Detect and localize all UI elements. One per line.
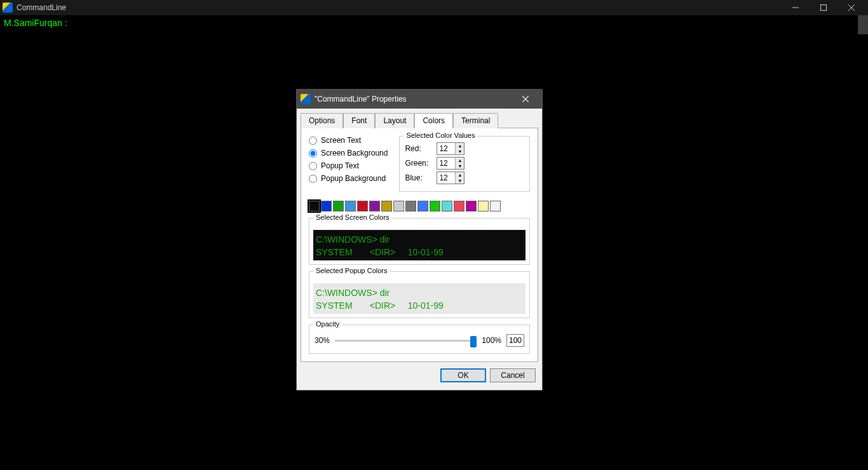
app-title: CommandLine — [17, 3, 66, 12]
dialog-tabs: Options Font Layout Colors Terminal — [297, 109, 542, 128]
dialog-title-bar[interactable]: "CommandLine" Properties — [297, 90, 542, 109]
scv-legend: Selected Color Values — [403, 131, 477, 139]
up-arrow-icon[interactable]: ▲ — [456, 172, 464, 178]
popup-colors-preview: Selected Popup Colors C:\WINDOWS> dir SY… — [309, 271, 530, 318]
green-input[interactable] — [437, 158, 455, 169]
up-arrow-icon[interactable]: ▲ — [456, 158, 464, 163]
blue-label: Blue: — [405, 173, 433, 182]
green-label: Green: — [405, 159, 433, 168]
dialog-title: "CommandLine" Properties — [315, 95, 407, 104]
opacity-slider-thumb[interactable] — [470, 336, 477, 347]
blue-spinner[interactable]: ▲▼ — [437, 171, 465, 184]
radio-popup-text[interactable]: Popup Text — [309, 161, 388, 170]
popup-preview-box: C:\WINDOWS> dir SYSTEM <DIR> 10-01-99 — [313, 283, 526, 314]
color-swatch[interactable] — [442, 201, 452, 211]
red-input[interactable] — [437, 143, 455, 154]
dialog-close-button[interactable] — [513, 90, 538, 108]
screen-colors-preview: Selected Screen Colors C:\WINDOWS> dir S… — [309, 218, 530, 265]
radio-screen-background[interactable]: Screen Background — [309, 149, 388, 158]
color-swatch[interactable] — [321, 201, 332, 211]
dialog-button-row: OK Cancel — [297, 362, 542, 390]
tab-colors[interactable]: Colors — [414, 113, 453, 128]
element-radio-group: Screen Text Screen Background Popup Text… — [309, 136, 388, 192]
down-arrow-icon[interactable]: ▼ — [456, 178, 464, 184]
radio-screen-text[interactable]: Screen Text — [309, 136, 388, 145]
green-spinner[interactable]: ▲▼ — [437, 157, 465, 170]
terminal-prompt: M.SamiFurqan : — [4, 18, 67, 28]
color-swatch[interactable] — [333, 201, 344, 211]
opacity-group: Opacity 30% 100% — [309, 325, 530, 354]
tab-options[interactable]: Options — [301, 113, 343, 128]
main-title-bar: CommandLine — [0, 0, 868, 15]
radio-popup-background[interactable]: Popup Background — [309, 174, 388, 183]
up-arrow-icon[interactable]: ▲ — [456, 143, 464, 149]
radio-label: Screen Background — [321, 149, 388, 158]
properties-dialog: "CommandLine" Properties Options Font La… — [296, 89, 543, 391]
screen-preview-box: C:\WINDOWS> dir SYSTEM <DIR> 10-01-99 — [313, 230, 526, 260]
tab-layout[interactable]: Layout — [375, 113, 414, 128]
color-swatch[interactable] — [430, 201, 440, 211]
color-swatch[interactable] — [466, 201, 477, 211]
color-swatch[interactable] — [490, 201, 501, 211]
screen-preview-legend: Selected Screen Colors — [313, 213, 392, 221]
color-swatch[interactable] — [357, 201, 368, 211]
minimize-button[interactable] — [782, 0, 810, 15]
color-swatch[interactable] — [417, 201, 428, 211]
popup-preview-legend: Selected Popup Colors — [313, 267, 390, 274]
vertical-scrollbar[interactable] — [858, 15, 868, 34]
color-swatch[interactable] — [454, 201, 465, 211]
cancel-button[interactable]: Cancel — [490, 368, 536, 382]
blue-input[interactable] — [437, 172, 455, 184]
opacity-min-label: 30% — [315, 336, 330, 345]
opacity-slider[interactable] — [335, 340, 477, 342]
color-swatch[interactable] — [405, 201, 416, 211]
down-arrow-icon[interactable]: ▼ — [456, 149, 464, 154]
color-swatch[interactable] — [393, 201, 404, 211]
tab-font[interactable]: Font — [343, 113, 375, 128]
color-swatch[interactable] — [345, 201, 356, 211]
color-swatch[interactable] — [381, 201, 392, 211]
tab-terminal[interactable]: Terminal — [453, 113, 498, 128]
red-spinner[interactable]: ▲▼ — [437, 142, 465, 155]
color-swatch[interactable] — [309, 201, 320, 211]
radio-label: Popup Background — [321, 174, 386, 183]
tab-panel-colors: Screen Text Screen Background Popup Text… — [301, 128, 538, 362]
opacity-legend: Opacity — [313, 320, 342, 328]
red-label: Red: — [405, 144, 433, 153]
svg-rect-0 — [821, 5, 827, 11]
radio-label: Screen Text — [321, 136, 361, 145]
ok-button[interactable]: OK — [440, 368, 486, 382]
color-swatch[interactable] — [478, 201, 489, 211]
dialog-app-icon — [301, 94, 311, 104]
color-palette — [309, 201, 530, 211]
down-arrow-icon[interactable]: ▼ — [456, 163, 464, 169]
maximize-button[interactable] — [810, 0, 837, 15]
radio-label: Popup Text — [321, 161, 359, 170]
opacity-input[interactable] — [506, 334, 524, 347]
color-swatch[interactable] — [369, 201, 380, 211]
app-icon — [3, 3, 13, 13]
close-button[interactable] — [837, 0, 865, 15]
opacity-max-label: 100% — [482, 336, 501, 345]
selected-color-values: Selected Color Values Red: ▲▼ Green: ▲▼ — [399, 136, 530, 192]
